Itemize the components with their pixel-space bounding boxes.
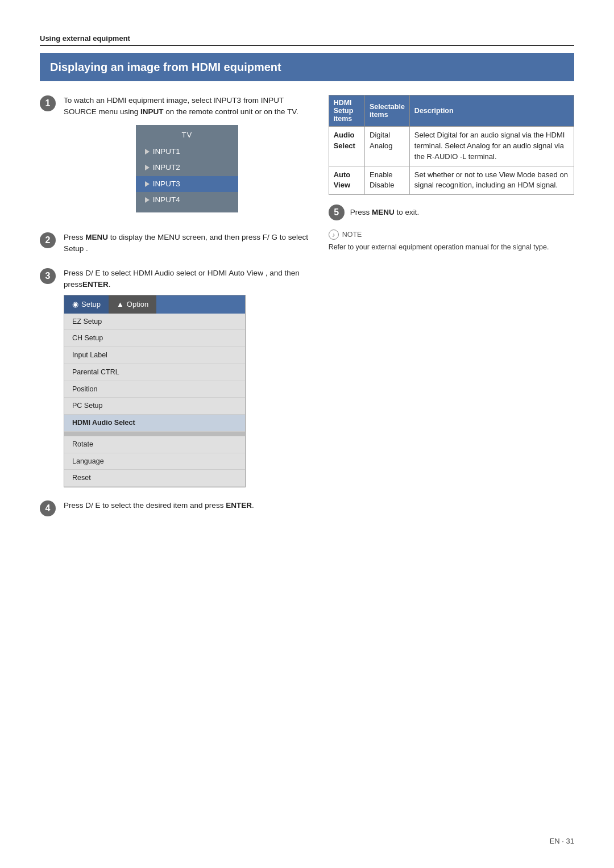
option-tab: ▲ Option <box>109 295 156 314</box>
menu-parental: Parental CTRL <box>64 364 245 381</box>
step-1-text: To watch an HDMI equipment image, select… <box>64 95 310 219</box>
page-number: EN · 31 <box>550 837 574 845</box>
hdmi-table: HDMISetupitems Selectableitems Descripti… <box>329 95 574 195</box>
arrow-icon-3 <box>145 181 150 187</box>
page-content: Using external equipment Displaying an i… <box>0 0 614 563</box>
section-label: Using external equipment <box>40 34 574 46</box>
setup-menu-body: EZ Setup CH Setup Input Label Parental C… <box>64 314 245 487</box>
tv-menu-input2: INPUT2 <box>136 160 238 176</box>
right-column: HDMISetupitems Selectableitems Descripti… <box>329 95 574 529</box>
arrow-icon-2 <box>145 165 150 170</box>
auto-view-desc: Set whether or not to use View Mode base… <box>409 166 574 195</box>
audio-select-desc: Select Digital for an audio signal via t… <box>409 127 574 166</box>
tv-menu-title: TV <box>136 130 238 141</box>
arrow-icon-1 <box>145 149 150 155</box>
option-tab-label: Option <box>127 299 148 310</box>
menu-reset: Reset <box>64 470 245 487</box>
note-label: NOTE <box>342 231 362 239</box>
menu-divider <box>64 432 245 436</box>
menu-rotate: Rotate <box>64 436 245 453</box>
tv-menu-input1: INPUT1 <box>136 144 238 160</box>
setup-menu-header: ◉ Setup ▲ Option <box>64 295 245 314</box>
step-2: 2 Press MENU to display the MENU screen,… <box>40 232 310 255</box>
page-title: Displaying an image from HDMI equipment <box>40 53 574 81</box>
setup-icon: ◉ <box>72 299 78 310</box>
setup-menu-diagram: ◉ Setup ▲ Option EZ Setup CH Setup Inpu <box>64 295 246 487</box>
step-1: 1 To watch an HDMI equipment image, sele… <box>40 95 310 219</box>
audio-select-label: AudioSelect <box>329 127 364 166</box>
tv-menu-input3: INPUT3 <box>136 176 238 192</box>
menu-language: Language <box>64 453 245 470</box>
menu-hdmi-audio: HDMI Audio Select <box>64 415 245 432</box>
note-box: ♪ NOTE Refer to your external equipment … <box>329 229 574 253</box>
step-3: 3 Press D/ E to select HDMI Audio select… <box>40 268 310 488</box>
hdmi-table-header-setup: HDMISetupitems <box>329 95 364 127</box>
step-3-number: 3 <box>40 268 56 284</box>
menu-input-label: Input Label <box>64 347 245 364</box>
left-column: 1 To watch an HDMI equipment image, sele… <box>40 95 310 529</box>
hdmi-table-header-description: Description <box>409 95 574 127</box>
step-2-number: 2 <box>40 232 56 248</box>
menu-ch-setup: CH Setup <box>64 330 245 347</box>
step-5: 5 Press MENU to exit. <box>329 204 574 220</box>
step-5-number: 5 <box>329 205 345 220</box>
step-2-text: Press MENU to display the MENU screen, a… <box>64 232 310 255</box>
step-4: 4 Press D/ E to select the desired item … <box>40 500 310 516</box>
step-4-number: 4 <box>40 500 56 516</box>
table-row-audio: AudioSelect DigitalAnalog Select Digital… <box>329 127 574 166</box>
auto-view-label: Auto View <box>329 166 364 195</box>
arrow-icon-4 <box>145 197 150 203</box>
step-4-text: Press D/ E to select the desired item an… <box>64 500 254 511</box>
menu-pc-setup: PC Setup <box>64 398 245 415</box>
menu-position: Position <box>64 381 245 398</box>
audio-select-options: DigitalAnalog <box>365 127 410 166</box>
note-text: Refer to your external equipment operati… <box>329 242 574 253</box>
content-columns: 1 To watch an HDMI equipment image, sele… <box>40 95 574 529</box>
menu-ez-setup: EZ Setup <box>64 314 245 331</box>
note-icon: ♪ <box>329 229 339 240</box>
tv-menu-diagram: TV INPUT1 INPUT2 INPUT3 <box>136 125 238 213</box>
step-1-number: 1 <box>40 95 56 111</box>
auto-view-options: EnableDisable <box>365 166 410 195</box>
step-3-text: Press D/ E to select HDMI Audio select o… <box>64 268 310 488</box>
note-title: ♪ NOTE <box>329 229 574 240</box>
step-5-text: Press MENU to exit. <box>350 207 420 218</box>
option-icon: ▲ <box>117 299 124 310</box>
tv-menu-input4: INPUT4 <box>136 192 238 208</box>
table-row-autoview: Auto View EnableDisable Set whether or n… <box>329 166 574 195</box>
hdmi-table-header-selectable: Selectableitems <box>365 95 410 127</box>
setup-tab: ◉ Setup <box>64 295 109 314</box>
setup-tab-label: Setup <box>81 299 101 310</box>
